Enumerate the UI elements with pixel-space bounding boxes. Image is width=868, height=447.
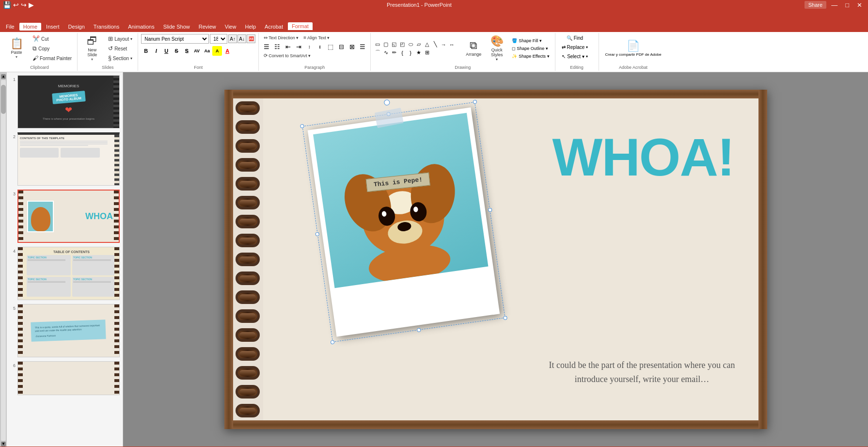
menu-home[interactable]: Home <box>19 23 41 31</box>
shape-arrow[interactable]: → <box>440 41 447 48</box>
slide-thumbnail-6[interactable]: 6 <box>9 360 121 396</box>
slide-thumbnail-1[interactable]: 1 MEMORIES MEMORIESPHOTO ALBUM ❤ There i… <box>9 74 121 129</box>
format-painter-button[interactable]: 🖌 Format Painter <box>30 54 74 63</box>
numbering-button[interactable]: ☷ <box>272 42 282 51</box>
shape-arc[interactable]: ⌒ <box>374 49 381 57</box>
menu-animations[interactable]: Animations <box>124 23 158 31</box>
align-left-button[interactable]: ⬚ <box>326 42 335 51</box>
bold-button[interactable]: B <box>141 46 151 56</box>
shadow-button[interactable]: S <box>182 46 191 56</box>
polaroid-container[interactable]: ↻ <box>307 107 500 336</box>
shape-effects-button[interactable]: ✨ Shape Effects ▾ <box>509 53 552 60</box>
menu-acrobat[interactable]: Acrobat <box>261 23 287 31</box>
section-button[interactable]: § Section ▾ <box>106 54 135 63</box>
menu-review[interactable]: Review <box>195 23 220 31</box>
start-presentation-icon[interactable]: ▶ <box>29 1 34 9</box>
shape-brace-left[interactable]: { <box>398 49 406 57</box>
increase-indent-button[interactable]: ⇥ <box>294 42 303 51</box>
shape-star[interactable]: ★ <box>415 49 423 57</box>
line-spacing-button[interactable]: ↕ <box>304 42 314 51</box>
shape-more[interactable]: ⊞ <box>423 49 431 57</box>
slide-thumb-image-3[interactable]: WHOA! <box>17 190 120 243</box>
minimize-button[interactable]: — <box>828 1 840 9</box>
paste-button[interactable]: 📋 Paste ▾ <box>5 34 28 63</box>
shape-snip-rect2[interactable]: ◰ <box>398 41 406 48</box>
font-size-select[interactable]: 18 <box>210 34 227 44</box>
close-button[interactable]: ✕ <box>854 1 865 9</box>
arrange-button[interactable]: ⧉ Arrange <box>463 34 484 63</box>
increase-font-size-button[interactable]: A↑ <box>228 34 237 43</box>
handle-bl[interactable] <box>330 340 334 344</box>
underline-button[interactable]: U <box>161 46 171 56</box>
italic-button[interactable]: I <box>151 46 161 56</box>
cut-button[interactable]: ✂️ Cut <box>30 34 74 43</box>
shape-line[interactable]: ╲ <box>431 41 439 48</box>
shape-fill-button[interactable]: 🪣 Shape Fill ▾ <box>509 37 552 44</box>
columns-button[interactable]: ⫾ <box>315 42 325 51</box>
highlight-button[interactable]: A <box>212 46 222 56</box>
decrease-font-size-button[interactable]: A↓ <box>237 34 246 43</box>
redo-icon[interactable]: ↪ <box>21 1 27 9</box>
slide-thumbnail-2[interactable]: 2 CONTENTS OF THIS TEMPLATE <box>9 131 121 187</box>
layout-button[interactable]: ⊞ Layout ▾ <box>106 34 135 43</box>
slide-thumb-image-1[interactable]: MEMORIES MEMORIESPHOTO ALBUM ❤ There is … <box>17 75 120 128</box>
shape-parallelogram[interactable]: ▱ <box>415 41 423 48</box>
shape-rectangle[interactable]: ▭ <box>374 41 381 48</box>
decrease-indent-button[interactable]: ⇤ <box>283 42 293 51</box>
canvas-area[interactable]: ↻ <box>123 72 868 447</box>
new-slide-button[interactable]: 🗗 NewSlide ▾ <box>80 34 104 63</box>
slide-thumb-image-6[interactable] <box>17 361 120 395</box>
copy-button[interactable]: ⧉ Copy <box>30 44 74 53</box>
menu-insert[interactable]: Insert <box>42 23 63 31</box>
undo-icon[interactable]: ↩ <box>13 1 19 9</box>
font-case-button[interactable]: Aa <box>202 46 212 56</box>
reset-button[interactable]: ↺ Reset <box>106 44 135 53</box>
slide-thumb-image-5[interactable]: This is a quote, words full of wisdom th… <box>17 304 120 357</box>
handle-tl[interactable] <box>300 124 304 128</box>
menu-format[interactable]: Format <box>288 22 313 31</box>
handle-tr[interactable] <box>473 100 477 104</box>
font-color-button[interactable]: A <box>222 46 232 56</box>
create-pdf-button[interactable]: 📄 Crear y compartir PDF de Adobe <box>602 37 665 60</box>
handle-mr[interactable] <box>488 208 492 212</box>
clear-format-button[interactable]: 🆎 <box>247 34 255 43</box>
shape-double-arrow[interactable]: ↔ <box>448 41 456 48</box>
rotate-handle[interactable]: ↻ <box>383 99 390 106</box>
slide-thumbnail-5[interactable]: 5 This is a quote, words full of wisdom … <box>9 303 121 358</box>
save-icon[interactable]: 💾 <box>3 1 11 9</box>
font-family-select[interactable]: Nanum Pen Script <box>141 34 209 44</box>
find-button[interactable]: 🔍 Find <box>563 34 586 42</box>
align-right-button[interactable]: ⊠ <box>347 42 357 51</box>
convert-smartart-button[interactable]: ⟳ Convert to SmartArt ▾ <box>262 52 313 59</box>
slides-scrollbar[interactable]: ▲ ▼ <box>0 72 7 447</box>
char-spacing-button[interactable]: AV <box>192 46 202 56</box>
shape-triangle[interactable]: △ <box>423 41 431 48</box>
menu-design[interactable]: Design <box>64 23 89 31</box>
handle-bm[interactable] <box>416 328 421 332</box>
shape-curve[interactable]: ∿ <box>382 49 390 57</box>
text-direction-button[interactable]: ⇔ Text Direction ▾ <box>262 34 300 41</box>
menu-file[interactable]: File <box>2 23 18 31</box>
shape-snip-rect[interactable]: ◱ <box>390 41 398 48</box>
handle-br[interactable] <box>503 316 507 320</box>
description-text[interactable]: It could be the part of the presentation… <box>545 358 739 386</box>
align-text-button[interactable]: ≡ Align Text ▾ <box>301 34 331 41</box>
whoa-text[interactable]: WHOA! <box>552 128 734 186</box>
shape-brace-right[interactable]: } <box>407 49 414 57</box>
align-center-button[interactable]: ⊟ <box>336 42 346 51</box>
strikethrough-button[interactable]: S <box>172 46 181 56</box>
replace-button[interactable]: ⇄ Replace ▾ <box>558 43 592 51</box>
bullets-button[interactable]: ☰ <box>262 42 271 51</box>
handle-ml[interactable] <box>315 232 319 237</box>
share-button[interactable]: Share <box>805 1 826 9</box>
shape-oval[interactable]: ⬭ <box>407 41 414 48</box>
slide-thumbnail-3[interactable]: 3 WHOA! <box>9 189 121 244</box>
select-button[interactable]: ↖ Select ▾ ▾ <box>558 52 591 61</box>
menu-slideshow[interactable]: Slide Show <box>159 23 194 31</box>
menu-view[interactable]: View <box>221 23 240 31</box>
slide-thumb-image-2[interactable]: CONTENTS OF THIS TEMPLATE <box>17 132 120 186</box>
menu-help[interactable]: Help <box>241 23 260 31</box>
slide-thumbnail-4[interactable]: 4 TABLE OF CONTENTS TOPIC SECTION <box>9 246 121 301</box>
menu-transitions[interactable]: Transitions <box>90 23 123 31</box>
quick-styles-button[interactable]: 🎨 QuickStyles ▾ <box>486 34 507 63</box>
